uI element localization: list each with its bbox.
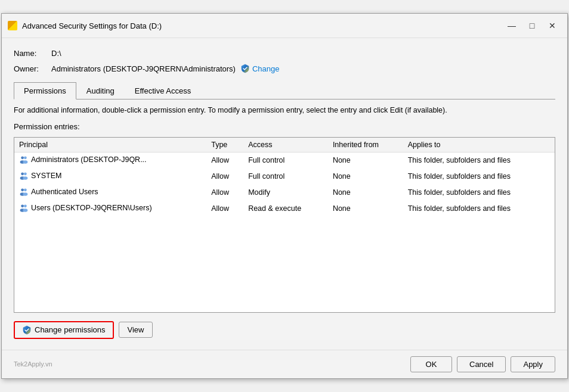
- info-text: For additional information, double-click…: [14, 105, 555, 116]
- change-link-label: Change: [252, 64, 280, 73]
- col-principal: Principal: [14, 138, 206, 153]
- svg-point-7: [23, 176, 27, 180]
- col-access: Access: [243, 138, 328, 153]
- user-group-icon: [19, 187, 29, 197]
- cell-access: Read & execute: [243, 201, 328, 217]
- content-area: Name: D:\ Owner: Administrators (DESKTOP…: [2, 38, 567, 350]
- cell-applies-to: This folder, subfolders and files: [403, 201, 555, 217]
- cell-applies-to: This folder, subfolders and files: [403, 185, 555, 201]
- cell-type: Allow: [206, 152, 243, 169]
- cancel-button[interactable]: Cancel: [457, 356, 506, 372]
- owner-label: Owner:: [14, 64, 47, 73]
- svg-point-0: [21, 156, 24, 159]
- svg-point-10: [24, 188, 27, 191]
- shield-icon: [240, 64, 250, 73]
- cell-applies-to: This folder, subfolders and files: [403, 152, 555, 169]
- name-row: Name: D:\: [14, 49, 555, 58]
- cell-principal: SYSTEM: [14, 169, 206, 185]
- cell-type: Allow: [206, 169, 243, 185]
- cell-principal: Users (DESKTOP-J9QRERN\Users): [14, 201, 206, 217]
- table-row[interactable]: Administrators (DESKTOP-J9QR... AllowFul…: [14, 152, 555, 169]
- table-row[interactable]: Users (DESKTOP-J9QRERN\Users) AllowRead …: [14, 201, 555, 217]
- svg-point-14: [24, 204, 27, 207]
- cell-inherited-from: None: [328, 152, 403, 169]
- table-row[interactable]: Authenticated Users AllowModifyNoneThis …: [14, 185, 555, 201]
- view-button[interactable]: View: [119, 322, 153, 338]
- minimize-button[interactable]: —: [503, 18, 521, 33]
- owner-row: Owner: Administrators (DESKTOP-J9QRERN\A…: [14, 64, 555, 73]
- ok-button[interactable]: OK: [410, 356, 452, 372]
- change-permissions-button[interactable]: Change permissions: [14, 321, 114, 339]
- cell-inherited-from: None: [328, 169, 403, 185]
- tab-auditing[interactable]: Auditing: [76, 82, 125, 99]
- user-group-icon: [19, 155, 29, 164]
- footer: Tek2Apply.vn OK Cancel Apply: [2, 350, 567, 378]
- cell-type: Allow: [206, 201, 243, 217]
- maximize-button[interactable]: □: [523, 18, 541, 33]
- svg-point-4: [21, 172, 24, 175]
- col-inherited: Inherited from: [328, 138, 403, 153]
- permission-entries-label: Permission entries:: [14, 122, 555, 131]
- empty-table-area: [14, 217, 555, 312]
- svg-point-15: [23, 209, 27, 212]
- cell-access: Modify: [243, 185, 328, 201]
- title-bar: Advanced Security Settings for Data (D:)…: [2, 14, 567, 38]
- apply-button[interactable]: Apply: [511, 356, 555, 372]
- tab-permissions[interactable]: Permissions: [14, 82, 76, 99]
- svg-point-8: [21, 188, 24, 191]
- title-controls: — □ ✕: [503, 18, 561, 33]
- svg-point-6: [24, 172, 27, 175]
- cell-type: Allow: [206, 185, 243, 201]
- change-permissions-label: Change permissions: [35, 325, 106, 334]
- permission-table-wrapper: Principal Type Access Inherited from App…: [14, 137, 555, 313]
- table-row[interactable]: SYSTEM AllowFull controlNoneThis folder,…: [14, 169, 555, 185]
- name-label: Name:: [14, 49, 47, 58]
- tab-effective-access[interactable]: Effective Access: [125, 82, 201, 99]
- table-header-row: Principal Type Access Inherited from App…: [14, 138, 555, 153]
- window-icon: [8, 21, 17, 30]
- cell-applies-to: This folder, subfolders and files: [403, 169, 555, 185]
- cell-inherited-from: None: [328, 185, 403, 201]
- window-title: Advanced Security Settings for Data (D:): [22, 21, 503, 30]
- cell-access: Full control: [243, 169, 328, 185]
- user-group-icon: [19, 203, 29, 213]
- svg-point-2: [24, 156, 27, 159]
- tabs-container: Permissions Auditing Effective Access: [14, 82, 555, 99]
- svg-point-12: [21, 204, 24, 207]
- svg-point-3: [23, 160, 27, 164]
- owner-value: Administrators (DESKTOP-J9QRERN\Administ…: [51, 64, 236, 73]
- brand-text: Tek2Apply.vn: [14, 360, 52, 368]
- permission-table: Principal Type Access Inherited from App…: [14, 138, 555, 217]
- change-owner-link[interactable]: Change: [240, 64, 280, 73]
- cell-inherited-from: None: [328, 201, 403, 217]
- user-group-icon: [19, 171, 29, 181]
- svg-point-11: [23, 192, 27, 196]
- shield-btn-icon: [22, 325, 32, 335]
- action-buttons-row: Change permissions View: [14, 321, 555, 339]
- main-window: Advanced Security Settings for Data (D:)…: [1, 13, 568, 379]
- cell-principal: Administrators (DESKTOP-J9QR...: [14, 152, 206, 169]
- cell-principal: Authenticated Users: [14, 185, 206, 201]
- name-value: D:\: [51, 49, 61, 58]
- col-applies: Applies to: [403, 138, 555, 153]
- col-type: Type: [206, 138, 243, 153]
- close-button[interactable]: ✕: [543, 18, 561, 33]
- cell-access: Full control: [243, 152, 328, 169]
